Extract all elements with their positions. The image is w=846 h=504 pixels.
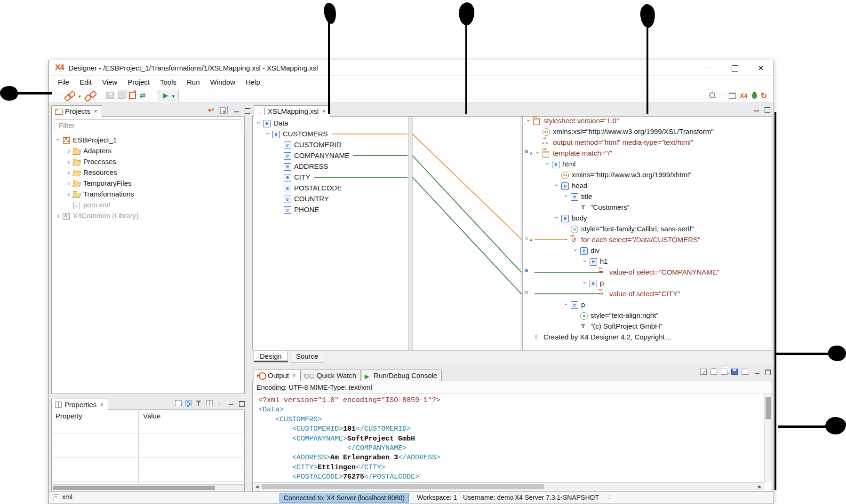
search-icon[interactable] bbox=[709, 92, 717, 100]
link-dropdown-icon[interactable] bbox=[79, 91, 81, 99]
close-icon[interactable]: × bbox=[100, 401, 104, 408]
tree-expander-icon[interactable] bbox=[563, 235, 570, 245]
properties-hscrollbar[interactable] bbox=[52, 484, 244, 490]
tree-row[interactable]: "Customers" bbox=[523, 202, 771, 213]
save-output-icon[interactable] bbox=[731, 369, 738, 375]
tree-row[interactable]: div bbox=[523, 245, 771, 256]
tree-row[interactable]: body bbox=[523, 213, 771, 223]
splitter-left[interactable] bbox=[408, 117, 413, 350]
tree-row[interactable]: Created by X4 Designer 4.2, Copyright… bbox=[523, 331, 771, 342]
tree-row[interactable]: style="text-align:right" bbox=[523, 310, 771, 321]
tree-expander-icon[interactable] bbox=[544, 159, 551, 169]
tree-row[interactable]: POSTALCODE bbox=[253, 182, 408, 193]
tree-row[interactable]: stylesheet version="1.0" bbox=[523, 115, 771, 126]
new-property-icon[interactable] bbox=[175, 400, 182, 406]
tree-row[interactable]: X4Common (Library) bbox=[53, 210, 243, 221]
tree-expander-icon[interactable] bbox=[582, 256, 589, 267]
tree-row[interactable]: PHONE bbox=[253, 204, 408, 215]
tree-row[interactable]: style="font-family:Calibri, sans-serif" bbox=[523, 223, 771, 234]
tree-expander-icon[interactable] bbox=[582, 278, 589, 288]
tree-row[interactable]: Transformations bbox=[53, 189, 243, 199]
x4-perspective-icon[interactable]: X4 bbox=[740, 92, 748, 99]
view-menu-icon[interactable] bbox=[216, 399, 222, 407]
tree-row[interactable]: p bbox=[523, 277, 771, 288]
link-with-editor-icon[interactable] bbox=[218, 106, 228, 114]
tree-expander-icon[interactable] bbox=[55, 211, 62, 221]
filter-funnel-icon[interactable] bbox=[196, 400, 202, 406]
tab-quick-watch[interactable]: Quick Watch bbox=[301, 370, 361, 381]
maximize-view-icon[interactable] bbox=[239, 400, 245, 406]
tree-row[interactable]: Data bbox=[253, 118, 408, 128]
tree-row[interactable]: ADDRESS bbox=[253, 161, 408, 172]
tree-row[interactable]: Resources bbox=[53, 167, 243, 178]
tree-expander-icon[interactable] bbox=[553, 213, 561, 223]
export-icon[interactable] bbox=[742, 369, 748, 375]
maximize-button[interactable] bbox=[721, 60, 748, 76]
scrollbar-thumb[interactable] bbox=[262, 484, 544, 489]
tree-row[interactable]: ESBProject_1 bbox=[53, 134, 243, 145]
refresh-icon[interactable] bbox=[761, 91, 767, 100]
tree-row[interactable]: CUSTOMERID bbox=[253, 139, 408, 150]
tree-row[interactable]: TemporaryFiles bbox=[53, 178, 243, 189]
tab-properties[interactable]: Properties × bbox=[51, 399, 108, 410]
close-icon[interactable]: × bbox=[292, 372, 296, 379]
tree-expander-icon[interactable] bbox=[563, 191, 570, 202]
tree-expander-icon[interactable] bbox=[563, 299, 570, 310]
tree-row[interactable]: CITY bbox=[253, 172, 408, 182]
menu-item[interactable]: Tools bbox=[155, 78, 182, 86]
tree-row[interactable]: head bbox=[523, 180, 771, 191]
close-button[interactable] bbox=[748, 60, 774, 76]
maximize-view-icon[interactable] bbox=[765, 369, 771, 375]
tree-row[interactable]: h1 bbox=[523, 256, 771, 267]
close-icon[interactable]: × bbox=[94, 108, 97, 115]
tree-mode-icon[interactable] bbox=[185, 400, 192, 406]
menu-item[interactable]: View bbox=[97, 78, 122, 86]
minimize-button[interactable] bbox=[695, 60, 721, 76]
tab-xslmapping[interactable]: XSLMapping.xsl × bbox=[254, 105, 330, 117]
tab-source[interactable]: Source bbox=[290, 351, 325, 362]
tree-row[interactable]: value-of select="CITY" bbox=[523, 288, 771, 299]
close-icon[interactable]: × bbox=[322, 108, 326, 115]
tree-expander-icon[interactable] bbox=[553, 181, 561, 191]
minimize-view-icon[interactable] bbox=[754, 369, 760, 375]
new-window-icon[interactable] bbox=[729, 93, 736, 99]
tree-expander-icon[interactable] bbox=[65, 178, 72, 189]
tab-output[interactable]: Output × bbox=[254, 370, 301, 381]
properties-column-divider[interactable] bbox=[138, 410, 139, 484]
menu-item[interactable]: Edit bbox=[74, 78, 97, 86]
output-vscrollbar[interactable] bbox=[764, 394, 772, 482]
tree-row[interactable]: html bbox=[523, 158, 771, 169]
tree-expander-icon[interactable] bbox=[65, 167, 72, 178]
minimize-view-icon[interactable] bbox=[228, 400, 234, 406]
menu-item[interactable]: Project bbox=[122, 78, 155, 86]
scrollbar-thumb[interactable] bbox=[53, 486, 215, 490]
tree-row[interactable]: xmlns:xsl="http://www.w3.org/1999/XSL/Tr… bbox=[523, 126, 771, 137]
tree-row[interactable]: xmlns="http://www.w3.org/1999/xhtml" bbox=[523, 169, 771, 180]
tree-expander-icon[interactable] bbox=[525, 116, 533, 126]
save-icon[interactable] bbox=[106, 92, 114, 99]
tree-row[interactable]: COUNTRY bbox=[253, 193, 408, 204]
filter-input[interactable] bbox=[55, 119, 241, 131]
minimize-view-icon[interactable] bbox=[234, 107, 240, 113]
swap-icon[interactable] bbox=[140, 91, 146, 100]
maximize-view-icon[interactable] bbox=[764, 106, 770, 112]
tree-row[interactable]: "(c) SoftProject GmbH" bbox=[523, 321, 771, 331]
save-all-icon[interactable] bbox=[118, 92, 125, 99]
minimize-view-icon[interactable] bbox=[754, 106, 760, 112]
splitter-right[interactable] bbox=[520, 117, 523, 350]
tree-row[interactable]: p bbox=[523, 299, 771, 310]
tab-design[interactable]: Design bbox=[254, 351, 288, 362]
tree-row[interactable]: value-of select="COMPANYNAME" bbox=[523, 267, 771, 277]
tree-expander-icon[interactable] bbox=[65, 146, 72, 156]
tree-row[interactable]: output method="html" media-type="text/ht… bbox=[523, 137, 771, 148]
scrollbar-thumb[interactable] bbox=[766, 397, 771, 419]
find-icon[interactable] bbox=[700, 369, 707, 375]
menu-item[interactable]: Run bbox=[182, 78, 205, 86]
maximize-view-icon[interactable] bbox=[244, 107, 250, 113]
tree-expander-icon[interactable] bbox=[255, 118, 263, 128]
run-dropdown-icon[interactable] bbox=[168, 91, 175, 99]
menu-item[interactable]: File bbox=[53, 78, 74, 86]
tree-row[interactable]: Processes bbox=[53, 156, 243, 167]
tree-expander-icon[interactable] bbox=[572, 245, 580, 256]
tree-expander-icon[interactable] bbox=[65, 189, 72, 199]
